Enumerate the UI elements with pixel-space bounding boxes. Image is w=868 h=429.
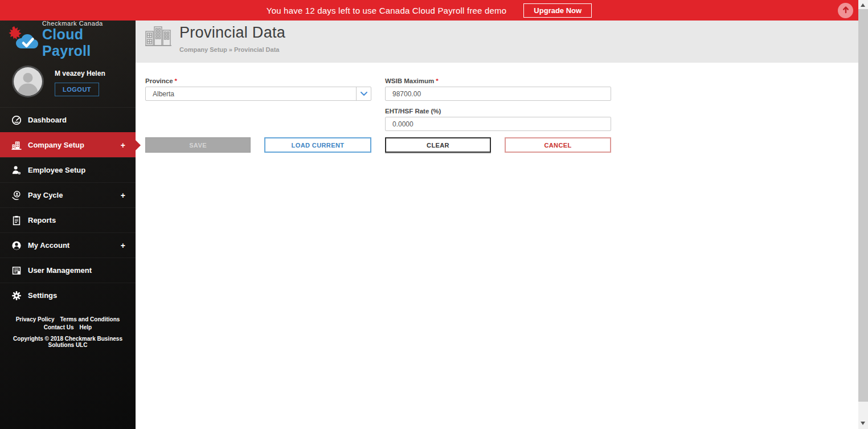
contact-us-link[interactable]: Contact Us xyxy=(44,324,74,332)
scrollbar-down-arrow-icon[interactable] xyxy=(861,422,865,425)
eht-rate-input[interactable] xyxy=(385,117,611,131)
reports-icon xyxy=(11,215,22,226)
sidebar-item-label: Dashboard xyxy=(28,116,67,124)
sidebar-item-label: Settings xyxy=(28,291,57,300)
app-logo: Checkmark Canada Cloud Payroll xyxy=(0,21,136,58)
load-current-button[interactable]: LOAD CURRENT xyxy=(264,137,371,153)
chevron-down-icon[interactable] xyxy=(356,87,371,100)
expand-plus-icon[interactable]: + xyxy=(121,191,125,200)
trial-banner: You have 12 days left to use Canada Clou… xyxy=(0,0,858,21)
sidebar-item-label: My Account xyxy=(28,241,69,250)
pay-cycle-icon xyxy=(11,190,22,201)
sidebar-item-employee-setup[interactable]: Employee Setup xyxy=(0,157,136,182)
province-select[interactable]: Alberta xyxy=(145,87,371,101)
user-name: M veazey Helen xyxy=(55,70,105,77)
sidebar-item-label: Company Setup xyxy=(28,141,84,149)
user-management-icon xyxy=(11,265,22,276)
sidebar-item-label: User Management xyxy=(28,266,92,275)
scroll-to-top-button[interactable] xyxy=(838,3,853,18)
scrollbar-up-arrow-icon[interactable] xyxy=(861,3,865,7)
sidebar-item-user-management[interactable]: User Management xyxy=(0,258,136,283)
sidebar-footer: Privacy PolicyTerms and ConditionsContac… xyxy=(0,316,136,348)
logout-button[interactable]: LOGOUT xyxy=(55,83,99,96)
user-panel: M veazey Helen LOGOUT xyxy=(0,58,136,107)
sidebar-item-label: Pay Cycle xyxy=(28,191,63,199)
sidebar-item-dashboard[interactable]: Dashboard xyxy=(0,107,136,132)
eht-rate-label: EHT/HSF Rate (%) xyxy=(385,108,441,115)
sidebar-item-company-setup[interactable]: Company Setup + xyxy=(0,132,136,157)
company-setup-icon xyxy=(11,140,22,150)
province-label: Province* xyxy=(145,77,177,84)
sidebar-item-label: Reports xyxy=(28,216,56,224)
maple-leaf xyxy=(9,26,21,40)
expand-plus-icon[interactable]: + xyxy=(121,241,125,250)
scrollbar-thumb[interactable] xyxy=(858,9,868,402)
upgrade-now-button[interactable]: Upgrade Now xyxy=(523,3,592,18)
sidebar: Checkmark Canada Cloud Payroll M veazey … xyxy=(0,21,136,429)
cancel-button[interactable]: CANCEL xyxy=(505,137,611,153)
cloud-payroll-logo-icon xyxy=(7,25,40,54)
main-content: Provincial Data Company Setup » Provinci… xyxy=(136,21,858,429)
sidebar-item-settings[interactable]: Settings xyxy=(0,283,136,308)
vertical-scrollbar[interactable] xyxy=(858,0,868,429)
dashboard-icon xyxy=(11,115,22,125)
required-asterisk: * xyxy=(175,77,177,84)
sidebar-item-my-account[interactable]: My Account + xyxy=(0,232,136,258)
privacy-policy-link[interactable]: Privacy Policy xyxy=(16,316,55,324)
buildings-icon xyxy=(145,24,171,50)
wsib-maximum-input[interactable] xyxy=(385,87,611,101)
help-link[interactable]: Help xyxy=(80,324,92,332)
trial-message: You have 12 days left to use Canada Clou… xyxy=(267,6,507,15)
sidebar-item-reports[interactable]: Reports xyxy=(0,207,136,232)
clear-button[interactable]: CLEAR xyxy=(385,137,491,153)
settings-icon xyxy=(11,291,22,301)
arrow-up-icon xyxy=(842,6,850,16)
breadcrumb: Company Setup » Provincial Data xyxy=(179,46,279,53)
sidebar-item-label: Employee Setup xyxy=(28,166,85,174)
wsib-maximum-label: WSIB Maximum* xyxy=(385,77,439,84)
save-button[interactable]: SAVE xyxy=(145,137,251,153)
avatar xyxy=(11,65,44,100)
page-header: Provincial Data Company Setup » Provinci… xyxy=(136,21,858,63)
sidebar-nav: Dashboard Company Setup + Employee Setup… xyxy=(0,107,136,308)
terms-link[interactable]: Terms and Conditions xyxy=(60,316,120,324)
required-asterisk: * xyxy=(436,77,438,84)
province-selected-value: Alberta xyxy=(146,87,356,100)
copyright-text: Copyrights © 2018 Checkmark Business Sol… xyxy=(0,336,136,348)
employee-setup-icon xyxy=(11,165,22,175)
expand-plus-icon[interactable]: + xyxy=(121,141,125,150)
logo-text-bottom: Cloud Payroll xyxy=(42,26,136,59)
page-title: Provincial Data xyxy=(179,24,285,42)
sidebar-item-pay-cycle[interactable]: Pay Cycle + xyxy=(0,182,136,207)
my-account-icon xyxy=(11,240,22,251)
